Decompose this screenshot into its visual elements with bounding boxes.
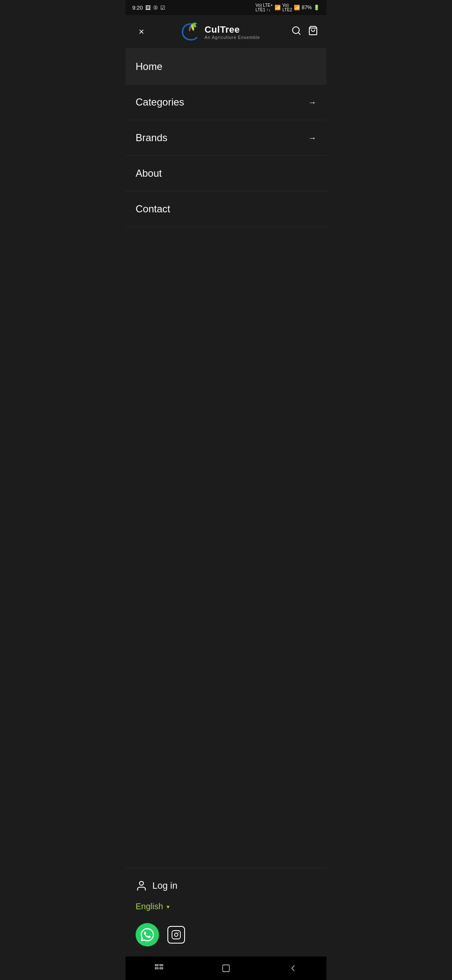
svg-rect-10 bbox=[223, 965, 229, 972]
brand-name: CulTree bbox=[205, 24, 260, 35]
brands-arrow-icon: → bbox=[308, 133, 316, 143]
nav-item-categories[interactable]: Categories → bbox=[126, 85, 326, 120]
status-bar: 9:20 🖼 Ⓑ ☑ Vo) LTE+LTE1 ↑↓ 📶 Vo)LTE2 📶 8… bbox=[126, 0, 326, 15]
header-actions bbox=[291, 26, 318, 38]
login-row[interactable]: Log in bbox=[136, 880, 316, 892]
logo-icon bbox=[180, 21, 202, 43]
social-row bbox=[136, 923, 316, 946]
nav-label-brands: Brands bbox=[136, 132, 167, 144]
signal-icon2: 📶 bbox=[294, 5, 300, 10]
nav-item-contact[interactable]: Contact bbox=[126, 191, 326, 227]
photo-icon: 🖼 bbox=[145, 5, 151, 11]
user-icon bbox=[136, 880, 147, 892]
nav-item-brands[interactable]: Brands → bbox=[126, 120, 326, 156]
instagram-button[interactable] bbox=[167, 926, 185, 944]
logo-text: CulTree An Agriculture Ensemble bbox=[205, 24, 260, 40]
search-icon[interactable] bbox=[291, 26, 301, 38]
status-right: Vo) LTE+LTE1 ↑↓ 📶 Vo)LTE2 📶 87% 🔋 bbox=[256, 3, 320, 12]
time-display: 9:20 bbox=[132, 5, 143, 11]
whatsapp-button[interactable] bbox=[136, 923, 159, 946]
recents-button[interactable] bbox=[126, 963, 193, 973]
svg-point-3 bbox=[139, 882, 143, 885]
svg-rect-4 bbox=[172, 931, 180, 939]
back-button[interactable] bbox=[259, 963, 326, 973]
logo: CulTree An Agriculture Ensemble bbox=[180, 21, 260, 43]
check-icon: ☑ bbox=[160, 5, 165, 11]
svg-rect-7 bbox=[155, 968, 158, 969]
header: × CulTree An Agriculture Ensemble bbox=[126, 15, 326, 49]
close-button[interactable]: × bbox=[134, 24, 149, 39]
network-info2: Vo)LTE2 bbox=[282, 3, 292, 12]
bottom-bar bbox=[126, 957, 326, 980]
bitcoin-icon: Ⓑ bbox=[153, 5, 158, 11]
footer: Log in English ▾ bbox=[126, 868, 326, 957]
cart-icon[interactable] bbox=[308, 26, 318, 38]
nav-label-contact: Contact bbox=[136, 203, 170, 215]
nav-label-home: Home bbox=[136, 61, 162, 72]
brand-tagline: An Agriculture Ensemble bbox=[205, 35, 260, 40]
svg-rect-9 bbox=[160, 968, 163, 969]
categories-arrow-icon: → bbox=[308, 98, 316, 107]
nav-item-about[interactable]: About bbox=[126, 156, 326, 191]
nav-item-home[interactable]: Home bbox=[126, 49, 326, 85]
login-label: Log in bbox=[152, 880, 177, 891]
battery-icon: 🔋 bbox=[313, 5, 320, 10]
svg-rect-6 bbox=[155, 965, 158, 966]
signal-icon1: 📶 bbox=[275, 5, 281, 10]
nav-menu: Home Categories → Brands → About Contact bbox=[126, 49, 326, 868]
svg-rect-8 bbox=[160, 965, 163, 966]
nav-label-categories: Categories bbox=[136, 96, 184, 108]
status-left: 9:20 🖼 Ⓑ ☑ bbox=[132, 5, 165, 11]
chevron-down-icon: ▾ bbox=[167, 903, 170, 910]
language-label: English bbox=[136, 902, 163, 911]
home-button[interactable] bbox=[193, 963, 259, 973]
language-row[interactable]: English ▾ bbox=[136, 902, 316, 911]
battery-display: 87% bbox=[302, 5, 312, 10]
nav-label-about: About bbox=[136, 168, 162, 179]
svg-line-1 bbox=[298, 33, 300, 34]
network-info: Vo) LTE+LTE1 ↑↓ bbox=[256, 3, 273, 12]
